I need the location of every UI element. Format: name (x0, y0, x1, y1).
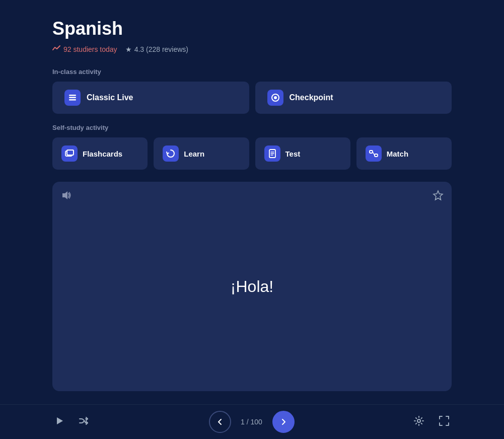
learn-button[interactable]: Learn (154, 137, 249, 170)
page-title: Spanish (52, 18, 452, 39)
test-icon (264, 145, 280, 162)
learn-icon (163, 145, 179, 162)
flashcards-button[interactable]: Flashcards (52, 137, 148, 170)
svg-rect-13 (375, 154, 378, 157)
test-button[interactable]: Test (255, 137, 350, 170)
test-label: Test (285, 150, 301, 158)
svg-rect-0 (69, 95, 76, 96)
flashcards-label: Flashcards (83, 150, 122, 158)
next-button[interactable] (272, 411, 295, 433)
shuffle-button[interactable] (77, 413, 92, 431)
bottom-center-controls: 1 / 100 (209, 411, 295, 433)
in-class-label: In-class activity (52, 68, 452, 76)
classic-live-label: Classic Live (87, 93, 133, 102)
bottom-bar: 1 / 100 (0, 404, 504, 439)
flashcard-area: ¡Hola! (52, 182, 452, 391)
fullscreen-button[interactable] (437, 413, 452, 431)
match-icon (366, 145, 382, 162)
svg-marker-17 (57, 417, 63, 424)
studiers-count: 92 studiers today (52, 44, 117, 54)
svg-marker-16 (434, 191, 443, 200)
rating: ★ 4.3 (228 reviews) (125, 45, 188, 53)
self-study-label: Self-study activity (52, 124, 452, 131)
card-word: ¡Hola! (231, 277, 273, 296)
rating-text: 4.3 (228 reviews) (134, 45, 188, 53)
svg-point-18 (417, 419, 420, 422)
svg-point-4 (274, 96, 277, 99)
checkpoint-icon (267, 90, 283, 106)
in-class-row: Classic Live Checkpoint (52, 82, 452, 114)
svg-rect-1 (69, 97, 76, 99)
checkpoint-label: Checkpoint (290, 93, 333, 102)
svg-rect-12 (370, 151, 373, 153)
settings-button[interactable] (411, 413, 426, 431)
flashcards-icon (61, 145, 78, 162)
self-study-row: Flashcards Learn Test (52, 137, 452, 170)
progress-indicator: 1 / 100 (239, 418, 264, 426)
bottom-left-controls (52, 413, 92, 431)
svg-line-14 (373, 152, 375, 156)
play-button[interactable] (52, 414, 66, 430)
match-button[interactable]: Match (356, 137, 452, 170)
svg-rect-2 (69, 99, 76, 101)
bottom-right-controls (411, 413, 452, 431)
svg-marker-15 (62, 191, 67, 199)
star-icon: ★ (125, 45, 132, 53)
prev-button[interactable] (209, 411, 231, 433)
trending-icon (52, 44, 60, 54)
sound-button[interactable] (60, 190, 71, 203)
svg-rect-6 (67, 150, 74, 155)
studiers-text: 92 studiers today (63, 45, 117, 53)
star-button[interactable] (433, 190, 444, 203)
learn-label: Learn (184, 150, 204, 158)
meta-row: 92 studiers today ★ 4.3 (228 reviews) (52, 44, 452, 54)
classic-live-icon (64, 90, 81, 106)
checkpoint-button[interactable]: Checkpoint (255, 82, 452, 114)
classic-live-button[interactable]: Classic Live (52, 82, 249, 114)
match-label: Match (387, 150, 408, 158)
